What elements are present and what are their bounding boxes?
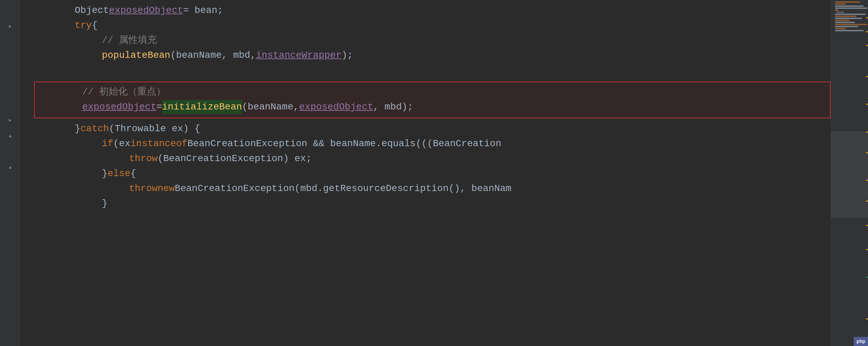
token-else: else [108, 167, 130, 181]
token-exposed-obj-3: exposedObject [299, 100, 373, 114]
gutter-fold-else[interactable] [5, 160, 15, 175]
token-try: try [75, 18, 92, 33]
token-initialize-bean: initializeBean [162, 100, 242, 114]
token-object: Object [75, 3, 109, 18]
token-new-exception: BeanCreationException(mbd.getResourceDes… [175, 181, 511, 196]
minimap-line [835, 22, 855, 23]
highlighted-block: // 初始化（重点） exposedObject = initializeBea… [34, 82, 831, 118]
code-line-6a: // 初始化（重点） [41, 85, 823, 100]
scroll-mark [866, 201, 868, 202]
gutter-row-hl2 [5, 97, 15, 112]
minimap-line [835, 14, 866, 15]
gutter-row-1 [5, 3, 15, 18]
scroll-mark [866, 318, 868, 319]
code-line-1: Object exposedObject = bean; [34, 3, 831, 18]
minimap-line [835, 30, 864, 31]
token-exposed-obj-1: exposedObject [109, 3, 183, 18]
token-throwable: (Throwable ex) { [109, 122, 200, 136]
gutter-fold-if[interactable] [5, 128, 15, 143]
scroll-mark [866, 249, 868, 250]
token-assign: = [156, 100, 162, 114]
token-paren-2: (beanName, [242, 100, 299, 114]
token-bean-creation-ex: BeanCreationException && beanName.equals… [187, 137, 501, 151]
svg-marker-3 [9, 166, 12, 169]
gutter-icons [5, 0, 15, 206]
scroll-mark [866, 76, 868, 77]
scroll-mark [866, 180, 868, 181]
token-mbd: , mbd); [373, 100, 413, 114]
token-throw-2: throw [129, 181, 158, 196]
token-comment-init: // 初始化（重点） [82, 85, 166, 99]
scroll-mark [866, 17, 868, 18]
code-line-10: } else { [34, 167, 831, 181]
minimap-line [835, 20, 849, 21]
minimap-line [835, 16, 857, 17]
minimap-line [835, 1, 860, 3]
minimap-line [835, 24, 867, 25]
gutter-row-5 [5, 66, 15, 81]
scroll-mark [866, 132, 868, 133]
scroll-mark [866, 45, 868, 46]
token-open-brace: { [92, 18, 97, 33]
code-line-8: if (ex instanceof BeanCreationException … [34, 137, 831, 152]
minimap-line [835, 18, 862, 19]
token-instance-wrapper: instanceWrapper [256, 48, 342, 63]
code-line-12: } [34, 196, 831, 211]
svg-marker-0 [9, 25, 12, 28]
minimap-lines [831, 0, 868, 33]
scroll-mark [866, 152, 868, 153]
token-close-try: } [75, 122, 80, 136]
token-comment-populate: // 属性填充 [102, 33, 157, 48]
token-catch: catch [80, 122, 109, 136]
gutter-row-throw2 [5, 175, 15, 190]
token-instanceof: instanceof [130, 137, 187, 151]
code-line-9: throw (BeanCreationException) ex; [34, 152, 831, 167]
gutter-fold-catch[interactable] [5, 113, 15, 128]
gutter-row-3 [5, 35, 15, 50]
code-line-11: throw new BeanCreationException(mbd.getR… [34, 181, 831, 196]
editor-container: Object exposedObject = bean; try { // 属性… [0, 0, 868, 346]
code-editor: Object exposedObject = bean; try { // 属性… [20, 0, 831, 346]
token-new: new [158, 181, 175, 196]
line-gutter [0, 0, 20, 346]
token-open-else: { [130, 167, 136, 181]
gutter-row-close [5, 191, 15, 206]
token-exposed-obj-2: exposedObject [82, 100, 156, 114]
token-ex: (ex [113, 137, 130, 151]
minimap-line [837, 12, 844, 13]
minimap-line [835, 5, 864, 7]
scroll-mark [866, 225, 868, 226]
token-throw-1: throw [129, 152, 158, 166]
code-line-6b: exposedObject = initializeBean (beanName… [41, 100, 823, 115]
token-close-if: } [102, 167, 108, 181]
gutter-fold-try[interactable] [5, 19, 15, 34]
minimap-line [835, 26, 858, 27]
minimap[interactable]: php [831, 0, 868, 346]
code-line-2: try { [34, 18, 831, 33]
minimap-viewport [831, 132, 868, 218]
token-if: if [102, 137, 113, 151]
svg-marker-2 [9, 135, 12, 137]
token-assign-bean: = bean; [183, 3, 223, 18]
code-line-4: populateBean (beanName, mbd, instanceWra… [34, 48, 831, 63]
gutter-row-4 [5, 50, 15, 65]
token-throw-cast: (BeanCreationException) ex; [158, 152, 312, 166]
scroll-indicator [865, 0, 868, 346]
empty-line [34, 63, 40, 77]
token-populate-bean: populateBean [102, 48, 170, 63]
minimap-line [835, 7, 867, 9]
svg-marker-1 [9, 119, 12, 122]
code-line-3: // 属性填充 [34, 33, 831, 48]
token-paren-1: (beanName, mbd, [170, 48, 256, 63]
gutter-row-hl1 [5, 82, 15, 97]
minimap-line [835, 3, 846, 5]
token-close-paren-1: ); [342, 48, 353, 63]
minimap-line [835, 10, 839, 11]
code-line-5 [34, 63, 831, 78]
scroll-mark [866, 31, 868, 32]
minimap-line [835, 28, 846, 29]
gutter-row-throw1 [5, 144, 15, 159]
php-badge: php [854, 337, 868, 346]
code-line-7: } catch (Throwable ex) { [34, 122, 831, 137]
scroll-mark-green [866, 277, 868, 278]
